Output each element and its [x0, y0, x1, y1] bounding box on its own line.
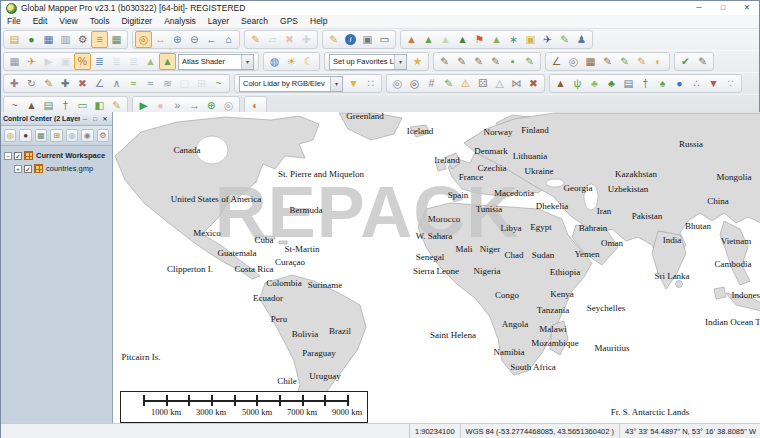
move-vertices-button[interactable]: ✚	[6, 75, 23, 92]
water-class-button[interactable]: ●	[671, 75, 688, 92]
flight-3d-button[interactable]: ✈	[539, 31, 556, 48]
tree-item[interactable]: +✓countries.gmp	[3, 162, 112, 175]
shrub-class-button[interactable]: ♣	[586, 75, 603, 92]
layer-attribute-table-button[interactable]: ▦	[35, 129, 47, 142]
shader-select[interactable]: Atlas Shader▾	[178, 54, 254, 70]
terrain-shader-button[interactable]: ▲	[403, 31, 420, 48]
noise-class-button[interactable]: ∵	[722, 75, 739, 92]
walk-view-button[interactable]: ♟	[573, 31, 590, 48]
rotate-feature-button[interactable]: ↻	[23, 75, 40, 92]
eyedropper-button[interactable]: ✎	[440, 75, 457, 92]
menu-file[interactable]: File	[1, 15, 27, 28]
open-folder-button[interactable]: ▤	[6, 31, 23, 48]
terrain-grid-button[interactable]: ▣	[522, 31, 539, 48]
face-pair-button[interactable]: ◐	[650, 53, 667, 70]
query-zoom-button[interactable]: ◎	[406, 75, 423, 92]
maximize-button[interactable]: □	[711, 1, 735, 15]
zoom-to-layer-button[interactable]: ◎	[4, 129, 16, 142]
pan-hand-button[interactable]: ↔	[152, 31, 169, 48]
grid-pencil-button[interactable]: ▦	[582, 53, 599, 70]
swath-percent-button[interactable]: %	[74, 53, 91, 70]
menu-analysis[interactable]: Analysis	[158, 15, 202, 28]
grass-class-button[interactable]: ψ	[569, 75, 586, 92]
shape-pencil-button[interactable]: ✎	[487, 53, 504, 70]
classify-points-button[interactable]: ✖	[525, 75, 542, 92]
back-view-arrow-button[interactable]: ←	[203, 31, 220, 48]
favorites-select[interactable]: Set up Favorites List...▾	[329, 54, 407, 70]
copy-feature-button[interactable]: ≈	[125, 75, 142, 92]
mountain-pair-button[interactable]: ▲	[142, 53, 159, 70]
offset-feature-button[interactable]: ≈	[142, 75, 159, 92]
open-online-globe-button[interactable]: ●	[23, 31, 40, 48]
line-pencil-button[interactable]: ✎	[453, 53, 470, 70]
terrain-green-button[interactable]: ▲	[420, 31, 437, 48]
map-layout-button[interactable]: ▦	[6, 53, 23, 70]
building-class-button[interactable]: ▤	[620, 75, 637, 92]
tool-pencil-button[interactable]: ✎	[599, 53, 616, 70]
layer-checkbox[interactable]: ✓	[24, 165, 32, 173]
paint-hand-button[interactable]: ✎	[633, 53, 650, 70]
mesh-triangulate-button[interactable]: △	[491, 75, 508, 92]
viewshed-button[interactable]: ∗	[505, 31, 522, 48]
area-pencil-button[interactable]: ✎	[470, 53, 487, 70]
center-feature-button[interactable]: ✚	[57, 75, 74, 92]
signature-pencil-button[interactable]: ✎	[694, 53, 711, 70]
edit-vertices-button[interactable]: ✎	[40, 75, 57, 92]
dropdown-arrow-icon[interactable]: ▾	[394, 55, 406, 69]
moon-shading-button[interactable]: ☾	[300, 53, 317, 70]
smooth-line-button[interactable]: ~	[210, 75, 227, 92]
vertex-pencil-button[interactable]: ✎	[436, 53, 453, 70]
dropdown-arrow-icon[interactable]: ▾	[241, 55, 253, 69]
watershed-button[interactable]: ▲	[488, 31, 505, 48]
panel-maximize-button[interactable]: □	[90, 116, 100, 122]
split-line-button[interactable]: ∧	[108, 75, 125, 92]
menu-search[interactable]: Search	[235, 15, 274, 28]
zoom-in-button[interactable]: ⊕	[169, 31, 186, 48]
menu-tools[interactable]: Tools	[84, 15, 116, 28]
layer-visibility-button[interactable]: ◉	[81, 129, 93, 142]
layer-checkbox[interactable]: ✓	[14, 152, 22, 160]
lidar-filter-button[interactable]: ▼	[345, 75, 362, 92]
terrain-pale-button[interactable]: ▲	[437, 31, 454, 48]
palm-tree-class-button[interactable]: ♠	[654, 75, 671, 92]
layer-metadata-button[interactable]: ●	[19, 129, 31, 142]
feature-info-button[interactable]: i	[342, 31, 359, 48]
green-pencil-button[interactable]: ✎	[616, 53, 633, 70]
target-select-button[interactable]: ◎	[565, 53, 582, 70]
menu-help[interactable]: Help	[304, 15, 333, 28]
tree-item[interactable]: −✓Current Workspace	[3, 149, 112, 162]
path-network-button[interactable]: ⋈	[508, 75, 525, 92]
minimize-button[interactable]: ─	[687, 1, 711, 15]
menu-layer[interactable]: Layer	[202, 15, 235, 28]
grid-tool-button[interactable]: #	[423, 75, 440, 92]
collapse-icon[interactable]: −	[4, 152, 12, 160]
marker-class-button[interactable]: ▼	[705, 75, 722, 92]
expand-icon[interactable]: +	[14, 165, 22, 173]
tree-class-button[interactable]: ♣	[603, 75, 620, 92]
apply-check-button[interactable]: ✔	[677, 53, 694, 70]
attribute-table-button[interactable]: ▦	[108, 31, 125, 48]
mountain-shader-button[interactable]: ▲	[159, 53, 176, 70]
sun-shading-button[interactable]: ☀	[283, 53, 300, 70]
terrain-dark-button[interactable]: ▲	[454, 31, 471, 48]
close-button[interactable]: ✕	[735, 1, 759, 15]
terrain-paint-button[interactable]: ✎	[556, 31, 573, 48]
zoom-tool-button[interactable]: ◎	[135, 31, 152, 48]
ground-mountain-class-button[interactable]: ▲	[552, 75, 569, 92]
menu-digitizer[interactable]: Digitizer	[115, 15, 158, 28]
dice-classify-button[interactable]: ⚄	[474, 75, 491, 92]
panel-close-button[interactable]: ✕	[100, 115, 110, 122]
crop-region-button[interactable]: ▣	[359, 31, 376, 48]
elevation-legend-button[interactable]: ≣	[91, 53, 108, 70]
buffer-feature-button[interactable]: ≋	[159, 75, 176, 92]
measure-tool-button[interactable]: ✎	[325, 31, 342, 48]
send-view-button[interactable]: ✈	[23, 53, 40, 70]
full-view-home-button[interactable]: ⌂	[220, 31, 237, 48]
delete-vertex-button[interactable]: ✖	[74, 75, 91, 92]
ground-points-class-button[interactable]: ∴	[688, 75, 705, 92]
zoom-out-button[interactable]: ⊖	[186, 31, 203, 48]
configure-wrench-button[interactable]: ⚙	[74, 31, 91, 48]
auto-classify-zoom-button[interactable]: ◎	[389, 75, 406, 92]
lock-views-button[interactable]: ▭	[376, 31, 393, 48]
save-workspace-button[interactable]: ▦	[40, 31, 57, 48]
